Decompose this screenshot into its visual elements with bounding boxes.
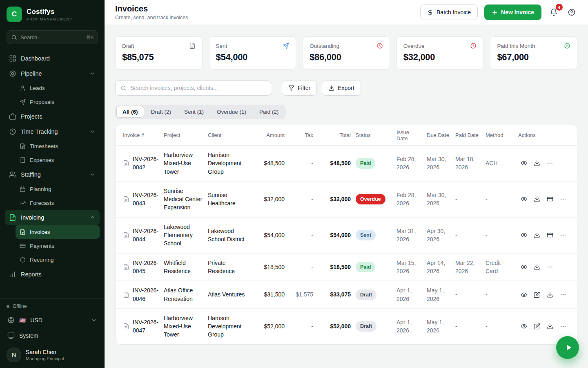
table-row[interactable]: INV-2026-0045 Whitfield Residence Privat… xyxy=(116,253,577,281)
more-button[interactable] xyxy=(557,321,569,332)
batch-invoice-button[interactable]: Batch Invoice xyxy=(420,4,478,20)
more-button[interactable] xyxy=(544,157,556,169)
sidebar-item-expenses[interactable]: Expenses xyxy=(16,153,100,167)
notifications-button[interactable]: 4 xyxy=(548,7,559,18)
edit-button[interactable] xyxy=(531,289,543,301)
sidebar-item-timesheets[interactable]: Timesheets xyxy=(16,139,100,153)
pipeline-target-icon xyxy=(9,70,16,77)
col-invoice-number: Invoice # xyxy=(123,132,159,138)
table-row[interactable]: INV-2026-0043 Sunrise Medical Center Exp… xyxy=(116,181,577,217)
sidebar-item-leads[interactable]: Leads xyxy=(16,81,100,95)
download-button[interactable] xyxy=(531,229,543,241)
more-button[interactable] xyxy=(557,229,569,241)
nav-label: Leads xyxy=(30,85,45,91)
export-button[interactable]: Export xyxy=(322,81,361,96)
total-value: $33,075 xyxy=(318,290,351,298)
ellipsis-icon xyxy=(547,160,553,166)
download-button[interactable] xyxy=(544,321,556,332)
total-value: $32,000 xyxy=(318,195,351,203)
row-actions xyxy=(518,229,571,241)
user-profile[interactable]: N Sarah Chen Managing Principal xyxy=(7,343,98,362)
credit-card-icon xyxy=(20,243,26,249)
table-row[interactable]: INV-2026-0046 Atlas Office Renovation At… xyxy=(116,280,577,308)
status-badge: Overdue xyxy=(356,194,385,204)
app-logo-block: C Costifys FIRM MANAGEMENT xyxy=(0,0,105,28)
sidebar-item-invoices[interactable]: Invoices xyxy=(16,225,100,239)
filter-button[interactable]: Filter xyxy=(282,81,317,96)
sidebar-search-input[interactable]: Search... ⌘K xyxy=(7,30,98,44)
page-header: Invoices Create, send, and track invoice… xyxy=(105,0,588,25)
system-theme-button[interactable]: System xyxy=(7,328,98,343)
sidebar-item-invoicing[interactable]: Invoicing xyxy=(5,210,100,225)
more-button[interactable] xyxy=(544,261,556,273)
col-tax: Tax xyxy=(290,132,313,138)
help-circle-icon xyxy=(568,8,576,16)
help-button[interactable] xyxy=(566,7,577,18)
sidebar-item-proposals[interactable]: Proposals xyxy=(16,95,100,109)
more-button[interactable] xyxy=(557,193,569,205)
file-text-icon xyxy=(123,292,129,298)
sidebar-item-projects[interactable]: Projects xyxy=(5,109,100,124)
user-icon xyxy=(20,85,26,91)
sidebar-item-pipeline[interactable]: Pipeline xyxy=(5,66,100,81)
more-button[interactable] xyxy=(557,289,569,301)
sidebar-item-forecasts[interactable]: Forecasts xyxy=(16,196,100,210)
row-actions xyxy=(518,193,571,205)
batch-invoice-label: Batch Invoice xyxy=(437,9,471,16)
trending-up-icon xyxy=(20,200,26,206)
tab-overdue[interactable]: Overdue (1) xyxy=(211,106,252,118)
table-row[interactable]: INV-2026-0042 Harborview Mixed-Use Tower… xyxy=(116,146,577,181)
system-label: System xyxy=(19,332,38,339)
edit-button[interactable] xyxy=(531,321,543,332)
payment-button[interactable] xyxy=(544,229,556,241)
currency-selector[interactable]: 🇺🇸 USD xyxy=(7,312,98,328)
bar-chart-icon xyxy=(9,271,16,278)
sidebar-item-time-tracking[interactable]: Time Tracking xyxy=(5,124,100,139)
download-button[interactable] xyxy=(531,157,543,169)
sidebar-item-recurring[interactable]: Recurring xyxy=(16,253,100,267)
new-invoice-label: New Invoice xyxy=(501,9,534,16)
view-button[interactable] xyxy=(518,321,530,332)
chevron-down-icon xyxy=(89,171,96,177)
view-button[interactable] xyxy=(518,193,530,205)
tab-all[interactable]: All (6) xyxy=(116,106,144,118)
nav-label: Invoicing xyxy=(21,214,44,221)
search-icon xyxy=(11,34,17,40)
payment-button[interactable] xyxy=(544,193,556,205)
col-project: Project xyxy=(164,132,203,138)
view-button[interactable] xyxy=(518,157,530,169)
invoice-search-input[interactable] xyxy=(130,85,266,91)
sidebar-item-planning[interactable]: Planning xyxy=(16,182,100,196)
alert-circle-icon xyxy=(470,43,477,49)
sidebar-item-dashboard[interactable]: Dashboard xyxy=(5,51,100,66)
tab-draft[interactable]: Draft (2) xyxy=(145,106,178,118)
download-button[interactable] xyxy=(531,193,543,205)
table-header: Invoice # Project Client Amount Tax Tota… xyxy=(116,125,577,146)
fab-play-button[interactable] xyxy=(556,336,579,359)
new-invoice-button[interactable]: New Invoice xyxy=(484,4,541,20)
sidebar-item-staffing[interactable]: Staffing xyxy=(5,167,100,182)
eye-icon xyxy=(521,323,527,330)
table-row[interactable]: INV-2026-0044 Lakewood Elementary School… xyxy=(116,217,577,253)
view-button[interactable] xyxy=(518,229,530,241)
tab-sent[interactable]: Sent (1) xyxy=(178,106,210,118)
view-button[interactable] xyxy=(518,261,530,273)
row-actions xyxy=(518,321,571,332)
client-name: Atlas Ventures xyxy=(208,290,250,298)
project-name: Sunrise Medical Center Expansion xyxy=(164,187,203,212)
download-button[interactable] xyxy=(544,289,556,301)
tax-value: - xyxy=(290,263,313,271)
sidebar-item-reports[interactable]: Reports xyxy=(5,267,100,282)
download-button[interactable] xyxy=(531,261,543,273)
sidebar-item-payments[interactable]: Payments xyxy=(16,239,100,253)
table-row[interactable]: INV-2026-0047 Harborview Mixed-Use Tower… xyxy=(116,308,577,344)
calendar-icon xyxy=(20,186,26,192)
invoice-number: INV-2026-0045 xyxy=(133,259,159,276)
page-title: Invoices xyxy=(115,4,188,13)
check-circle-icon xyxy=(564,43,570,49)
view-button[interactable] xyxy=(518,289,530,301)
nav-label: Timesheets xyxy=(30,143,58,149)
chevron-down-icon xyxy=(89,128,96,135)
app-tagline: FIRM MANAGEMENT xyxy=(27,17,73,21)
tab-paid[interactable]: Paid (2) xyxy=(253,106,285,118)
